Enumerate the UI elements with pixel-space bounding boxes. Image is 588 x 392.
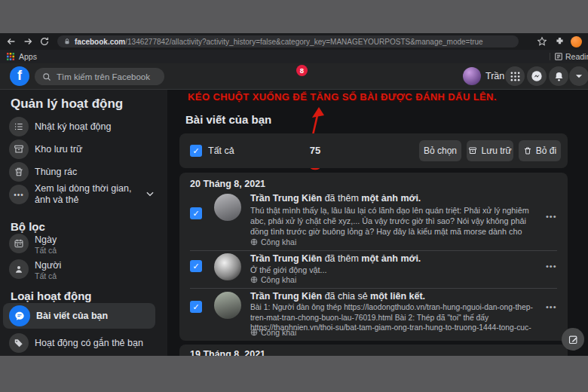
main-content: KÉO CHUỘT XUỐNG ĐỂ TĂNG SỐ BÀI ĐƯỢC ĐÁNH… [167, 90, 588, 356]
date-group-header: 20 Tháng 8, 2021 [190, 179, 265, 189]
bookmark-star-icon[interactable] [537, 36, 547, 47]
activity-log-icon[interactable] [9, 117, 29, 136]
filter-date-value: Tất cả [35, 246, 57, 255]
avatar[interactable] [214, 292, 241, 319]
address-bar[interactable]: facebook.com/1346277842/allactivity?acti… [57, 35, 519, 47]
url-host: facebook.com [75, 38, 125, 46]
select-all-checkbox[interactable]: ✓ [190, 145, 202, 157]
browser-menu-icon[interactable]: ⋮ [585, 33, 588, 50]
divider [190, 288, 557, 289]
avatar[interactable] [214, 194, 241, 221]
facebook-logo[interactable]: f [10, 66, 29, 86]
post-title[interactable]: Trần Trung Kiên đã thêm một ảnh mới. [250, 193, 421, 204]
post-checkbox[interactable]: ✓ [190, 301, 202, 313]
post-body: Thú thật mình thấy lạ, lâu lâu lại có lã… [250, 205, 537, 237]
post-privacy: Công khai [250, 237, 296, 247]
letterbox-bottom [0, 356, 588, 392]
profile-name: Trần [485, 71, 504, 81]
screenshot-root: facebook.com/1346277842/allactivity?acti… [0, 0, 588, 392]
your-posts-chat-icon [9, 305, 30, 326]
bookmarks-apps-label[interactable]: Apps [19, 50, 37, 63]
filter-person-value: Tất cả [35, 271, 57, 280]
chevron-down-icon[interactable] [145, 188, 155, 199]
divider [190, 250, 557, 251]
sidebar-item-your-posts-label[interactable]: Bài viết của bạn [36, 311, 108, 321]
notifications-bell-icon[interactable] [549, 66, 568, 86]
post-title[interactable]: Trần Trung Kiên đã thêm một ảnh mới. [250, 253, 421, 264]
globe-icon [250, 238, 258, 246]
facebook-navbar: f Tìm kiếm trên Facebook 8 Trần [0, 63, 588, 90]
person-icon[interactable] [9, 259, 29, 279]
account-chevron-down-icon[interactable] [569, 66, 588, 86]
profile-avatar [463, 67, 481, 85]
menu-grid-icon[interactable] [505, 66, 525, 86]
post-options-icon[interactable]: ••• [546, 302, 557, 311]
reload-icon[interactable] [39, 36, 50, 47]
sidebar-title: Quản lý hoạt động [11, 96, 123, 112]
sidebar-item-tagged-activity[interactable]: Hoạt động có gắn thẻ bạn [35, 338, 143, 348]
selected-count: 75 [306, 145, 324, 156]
activity-type-section-title: Loại hoạt động [11, 289, 91, 302]
letterbox-top [0, 0, 588, 33]
post-title[interactable]: Trần Trung Kiên đã chia sẻ một liên kết. [250, 291, 425, 302]
sidebar: Quản lý hoạt động Nhật ký hoạt động Kho … [0, 90, 167, 356]
reading-list-icon[interactable] [554, 52, 563, 61]
bookmarks-divider [550, 53, 550, 60]
avatar[interactable] [214, 253, 241, 280]
filter-date-label[interactable]: Ngày [35, 234, 57, 245]
filter-person-label[interactable]: Người [35, 260, 61, 271]
selection-toolbar: ✓ Tất cả 75 Bỏ chọn Lưu trữ Bỏ đi [179, 133, 568, 168]
profile-chip[interactable]: Trần [463, 67, 504, 85]
deselect-button[interactable]: Bỏ chọn [419, 140, 461, 161]
apps-grid-icon[interactable] [7, 53, 14, 60]
post-body: Ở thế giới động vật... [250, 265, 537, 275]
bookmarks-bar: Apps Reading li [0, 50, 588, 63]
globe-icon [250, 276, 258, 283]
globe-icon [250, 329, 258, 336]
sidebar-item-trash[interactable]: Thùng rác [35, 167, 77, 177]
post-privacy: Công khai [250, 328, 296, 337]
posts-card: 20 Tháng 8, 2021 ✓ Trần Trung Kiên đã th… [179, 173, 568, 341]
post-options-icon[interactable]: ••• [546, 212, 557, 221]
discard-button[interactable]: Bỏ đi [519, 140, 561, 161]
next-posts-card: 19 Tháng 8, 2021 [179, 345, 568, 356]
post-checkbox[interactable]: ✓ [190, 207, 202, 219]
back-icon[interactable] [6, 36, 17, 47]
archive-icon [468, 146, 477, 155]
browser-profile-avatar[interactable] [571, 36, 582, 47]
extensions-puzzle-icon[interactable] [555, 36, 565, 47]
page-title: Bài viết của bạn [185, 113, 271, 126]
search-placeholder: Tìm kiếm trên Facebook [57, 72, 150, 81]
select-all-label[interactable]: Tất cả [208, 145, 234, 156]
search-input[interactable]: Tìm kiếm trên Facebook [35, 68, 164, 85]
forward-icon[interactable] [23, 36, 33, 47]
archive-button[interactable]: Lưu trữ [467, 140, 513, 161]
annotation-caption: KÉO CHUỘT XUỐNG ĐỂ TĂNG SỐ BÀI ĐƯỢC ĐÁNH… [179, 91, 505, 103]
archive-icon[interactable] [9, 139, 29, 159]
post-privacy: Công khai [250, 275, 296, 284]
sidebar-item-activity-log[interactable]: Nhật ký hoạt động [35, 121, 111, 132]
activity-log-page: Quản lý hoạt động Nhật ký hoạt động Kho … [0, 90, 588, 356]
tag-icon[interactable] [9, 333, 29, 353]
sidebar-item-review-timeline[interactable]: Xem lại dòng thời gian, ảnh và thẻ [35, 183, 142, 206]
more-dots-icon[interactable]: ••• [9, 185, 29, 204]
calendar-icon[interactable] [9, 234, 29, 253]
post-checkbox[interactable]: ✓ [190, 260, 202, 272]
filters-section-title: Bộ lọc [11, 220, 45, 233]
compose-edit-button[interactable] [562, 328, 584, 351]
lock-icon [63, 38, 71, 45]
trash-icon[interactable] [9, 162, 29, 182]
date-group-header: 19 Tháng 8, 2021 [190, 349, 265, 356]
browser-toolbar: facebook.com/1346277842/allactivity?acti… [0, 33, 588, 50]
messenger-icon[interactable] [527, 66, 547, 86]
search-icon [42, 72, 51, 81]
sidebar-item-archive[interactable]: Kho lưu trữ [35, 144, 82, 155]
url-path: /1346277842/allactivity?activity_history… [125, 38, 482, 46]
post-options-icon[interactable]: ••• [546, 262, 557, 271]
trash-icon [523, 146, 532, 155]
pages-notification-badge: 8 [296, 65, 308, 76]
